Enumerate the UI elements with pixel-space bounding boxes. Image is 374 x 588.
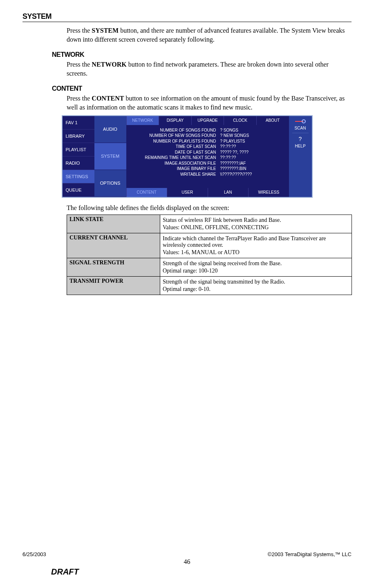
- label: IMAGE ASSOCIATION FILE: [130, 161, 220, 166]
- tab-display[interactable]: DISPLAY: [159, 116, 191, 125]
- btab-user[interactable]: USER: [167, 188, 208, 197]
- key-link-state: LINK STATE: [67, 215, 160, 233]
- nav-audio[interactable]: AUDIO: [94, 116, 126, 143]
- nav-options[interactable]: OPTIONS: [94, 170, 126, 197]
- heading-network: NETWORK: [52, 51, 352, 58]
- key-current-channel: CURRENT CHANNEL: [67, 233, 160, 258]
- nav-radio[interactable]: RADIO: [63, 157, 94, 170]
- help-label[interactable]: HELP: [295, 144, 305, 148]
- tab-clock[interactable]: CLOCK: [224, 116, 256, 125]
- btab-lan[interactable]: LAN: [208, 188, 249, 197]
- value: ??:??:??: [220, 144, 285, 150]
- row-date-last-scan: DATE OF LAST SCAN????? ??, ????: [130, 150, 285, 155]
- page-footer: 6/25/2003 ©2003 TerraDigital Systems,™ L…: [22, 551, 352, 577]
- ui-top-tabs: NETWORK DISPLAY UPGRADE CLOCK ABOUT: [126, 116, 289, 125]
- row-playlists: NUMBER OF PLAYLISTS FOUND? PLAYLISTS: [130, 139, 285, 144]
- ui-mid-column: AUDIO SYSTEM OPTIONS: [94, 116, 126, 197]
- key-signal-strength: SIGNAL STRENGTH: [67, 258, 160, 277]
- scan-label[interactable]: SCAN: [295, 126, 306, 130]
- val-transmit-power: Strength of the signal being transmitted…: [160, 277, 352, 295]
- text: Values: ONLINE, OFFLINE, CONNECTING: [163, 224, 349, 231]
- tab-about[interactable]: ABOUT: [256, 116, 289, 125]
- scan-icon[interactable]: [294, 118, 307, 124]
- bold-system: SYSTEM: [92, 27, 119, 34]
- ui-bottom-tabs: CONTENT USER LAN WIRELESS: [126, 188, 289, 197]
- footer-draft: DRAFT: [51, 567, 352, 577]
- value: ??:??:??: [220, 155, 285, 161]
- btab-wireless[interactable]: WIRELESS: [248, 188, 289, 197]
- ui-center-area: NETWORK DISPLAY UPGRADE CLOCK ABOUT NUMB…: [126, 116, 289, 197]
- nav-queue[interactable]: QUEUE: [63, 183, 94, 197]
- label: REMAINING TIME UNTIL NEXT SCAN: [130, 155, 220, 161]
- btab-content[interactable]: CONTENT: [126, 188, 167, 197]
- network-paragraph: Press the NETWORK button to find network…: [67, 60, 347, 78]
- text: Press the: [67, 95, 92, 102]
- value: ????? ??, ????: [220, 150, 285, 155]
- row-writable-share: WRITABLE SHARE\\????\????\????: [130, 172, 285, 177]
- tab-network[interactable]: NETWORK: [126, 116, 159, 125]
- value: ????????.BIN: [220, 166, 285, 172]
- row-image-binary: IMAGE BINARY FILE????????.BIN: [130, 166, 285, 172]
- value: ????????.IAF: [220, 161, 285, 166]
- content-paragraph: Press the CONTENT button to see informat…: [67, 94, 347, 112]
- heading-content: CONTENT: [52, 85, 352, 92]
- nav-playlist[interactable]: PLAYLIST: [63, 143, 94, 157]
- text: Strength of the signal being received fr…: [163, 260, 349, 267]
- label: TIME OF LAST SCAN: [130, 144, 220, 150]
- row-image-assoc: IMAGE ASSOCIATION FILE????????.IAF: [130, 161, 285, 166]
- system-paragraph: Press the SYSTEM button, and there are n…: [67, 26, 347, 44]
- bold-content: CONTENT: [92, 95, 124, 102]
- footer-date: 6/25/2003: [22, 551, 46, 557]
- val-link-state: Status of wireless RF link between Radio…: [160, 215, 352, 233]
- value: ? SONGS: [220, 127, 285, 133]
- val-signal-strength: Strength of the signal being received fr…: [160, 258, 352, 277]
- val-current-channel: Indicate which channel the TerraPlayer R…: [160, 233, 352, 258]
- label: WRITABLE SHARE: [130, 172, 220, 177]
- help-icon[interactable]: ?: [299, 136, 302, 142]
- text: Optimal range: 0-10.: [163, 286, 349, 293]
- table-row: CURRENT CHANNEL Indicate which channel t…: [67, 233, 352, 258]
- row-new-songs: NUMBER OF NEW SONGS FOUND? NEW SONGS: [130, 133, 285, 139]
- text: Optimal range: 100-120: [163, 268, 349, 274]
- text: Status of wireless RF link between Radio…: [163, 217, 349, 224]
- value: ? NEW SONGS: [220, 133, 285, 139]
- table-row: TRANSMIT POWER Strength of the signal be…: [67, 277, 352, 295]
- text: Strength of the signal being transmitted…: [163, 279, 349, 285]
- row-remaining-time: REMAINING TIME UNTIL NEXT SCAN??:??:??: [130, 155, 285, 161]
- document-page: SYSTEM Press the SYSTEM button, and ther…: [0, 0, 374, 588]
- separator: [292, 133, 309, 133]
- ui-content-area: NUMBER OF SONGS FOUND? SONGS NUMBER OF N…: [126, 125, 289, 188]
- row-songs-found: NUMBER OF SONGS FOUND? SONGS: [130, 127, 285, 133]
- text: Indicate which channel the TerraPlayer R…: [163, 235, 349, 248]
- table-row: LINK STATE Status of wireless RF link be…: [67, 215, 352, 233]
- value: \\????\????\????: [220, 172, 285, 177]
- label: IMAGE BINARY FILE: [130, 166, 220, 172]
- definitions-table: LINK STATE Status of wireless RF link be…: [67, 215, 352, 295]
- value: ? PLAYLISTS: [220, 139, 285, 144]
- text: Press the: [67, 61, 92, 68]
- ui-left-column: FAV 1 LIBRARY PLAYLIST RADIO SETTINGS QU…: [63, 116, 94, 197]
- label: NUMBER OF PLAYLISTS FOUND: [130, 139, 220, 144]
- ui-screenshot: FAV 1 LIBRARY PLAYLIST RADIO SETTINGS QU…: [62, 115, 313, 198]
- key-transmit-power: TRANSMIT POWER: [67, 277, 160, 295]
- text: Values: 1-6, MANUAL or AUTO: [163, 249, 349, 256]
- ui-right-column: SCAN ? HELP: [289, 116, 312, 197]
- heading-system: SYSTEM: [22, 12, 352, 21]
- text: Press the: [67, 27, 92, 34]
- nav-settings[interactable]: SETTINGS: [63, 170, 94, 183]
- table-intro: The following table defines the fields d…: [67, 203, 347, 212]
- label: DATE OF LAST SCAN: [130, 150, 220, 155]
- footer-page-number: 46: [22, 558, 352, 566]
- nav-system[interactable]: SYSTEM: [94, 143, 126, 170]
- nav-fav1[interactable]: FAV 1: [63, 116, 94, 130]
- bold-network: NETWORK: [92, 61, 126, 68]
- nav-library[interactable]: LIBRARY: [63, 130, 94, 143]
- label: NUMBER OF SONGS FOUND: [130, 127, 220, 133]
- row-time-last-scan: TIME OF LAST SCAN??:??:??: [130, 144, 285, 150]
- footer-copyright: ©2003 TerraDigital Systems,™ LLC: [268, 551, 352, 557]
- label: NUMBER OF NEW SONGS FOUND: [130, 133, 220, 139]
- tab-upgrade[interactable]: UPGRADE: [191, 116, 224, 125]
- heading-rule: [22, 22, 352, 22]
- table-row: SIGNAL STRENGTH Strength of the signal b…: [67, 258, 352, 277]
